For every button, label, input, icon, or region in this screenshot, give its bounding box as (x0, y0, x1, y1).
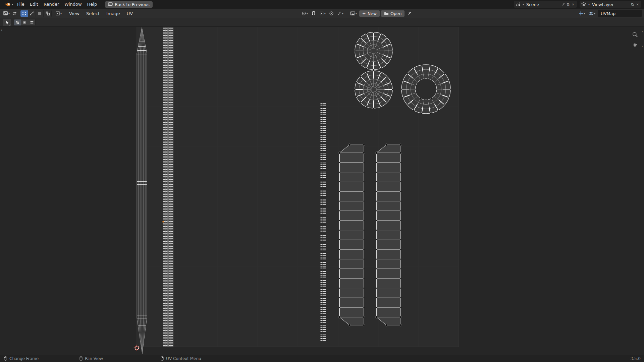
uv-editor-icon (3, 11, 8, 16)
chevron-down-icon: ▾ (588, 3, 590, 6)
chevron-down-icon: ▾ (324, 12, 326, 15)
status-hint-label: UV Context Menu (166, 356, 201, 361)
overlays-icon (588, 11, 594, 16)
menu-edit[interactable]: Edit (27, 0, 41, 9)
scene-selector[interactable]: ▾ Scene ⧉ ✕ (514, 1, 577, 8)
menu-select[interactable]: Select (83, 9, 103, 18)
uv-island-disc-1[interactable] (354, 32, 393, 70)
view-layer-name[interactable]: ViewLayer (591, 2, 630, 7)
zoom-gizmo[interactable] (631, 31, 639, 38)
topbar-right: ▾ Scene ⧉ ✕ ▾ ViewLayer ⧉ ✕ (514, 1, 641, 8)
menu-uv[interactable]: UV (124, 9, 136, 18)
face-mode-icon (37, 11, 42, 16)
uv-island-disc-2[interactable] (354, 70, 393, 109)
uv-sync-selection-toggle[interactable] (11, 10, 18, 17)
selected-vertex[interactable] (163, 221, 164, 223)
uv-island-ladder-1[interactable] (338, 143, 365, 326)
uv-editor-header: ▾ (0, 9, 644, 18)
menu-help[interactable]: Help (85, 0, 100, 9)
region-collapse-icon[interactable]: ‹ (642, 29, 643, 34)
proportional-editing-icon (329, 11, 334, 16)
blender-version: 3.5.0 (630, 356, 641, 361)
scene-icon (516, 2, 521, 7)
close-icon[interactable]: ✕ (571, 3, 575, 6)
top-bar: ▾ File Edit Render Window Help Back to P… (0, 0, 644, 9)
chevron-down-icon: ▾ (594, 12, 595, 15)
snap-settings-dropdown[interactable]: ▾ (318, 10, 327, 17)
chevron-down-icon: ▾ (307, 12, 308, 15)
right-mouse-icon (160, 356, 164, 361)
select-mode-vertex-button[interactable] (20, 10, 28, 17)
status-hint-change-frame: Change Frame (3, 356, 39, 361)
snap-toggle[interactable] (310, 10, 317, 17)
pin-icon (407, 11, 412, 16)
uv-editor-viewport[interactable]: › ‹ ‹ (0, 26, 644, 355)
blender-logo[interactable]: ▾ (3, 2, 14, 7)
checker-icon (22, 20, 26, 24)
tool-option-button-3[interactable] (28, 19, 35, 25)
select-mode-island-button[interactable] (44, 10, 51, 17)
menu-window[interactable]: Window (62, 0, 84, 9)
proportional-editing-toggle[interactable] (328, 10, 335, 17)
new-image-label: New (368, 11, 377, 16)
uv-editor-canvas[interactable] (0, 27, 644, 355)
open-image-button[interactable]: Open (381, 10, 405, 17)
folder-icon (384, 11, 389, 15)
menu-view[interactable]: View (66, 9, 83, 18)
edge-mode-icon (30, 11, 34, 16)
view-layer-icon (581, 2, 586, 7)
uv-island-dashed-strip[interactable] (321, 103, 326, 343)
chevron-down-icon: ▾ (523, 3, 524, 6)
select-mode-face-button[interactable] (36, 10, 44, 17)
image-pin-toggle[interactable] (406, 10, 413, 17)
sticky-selection-dropdown[interactable]: ▾ (54, 10, 63, 17)
menu-image[interactable]: Image (103, 9, 123, 18)
workspace-back-icon (108, 2, 113, 6)
blender-logo-icon (4, 2, 11, 7)
pan-gizmo[interactable] (631, 41, 639, 48)
editor-type-button[interactable]: ▾ (2, 10, 11, 17)
hand-icon (632, 42, 638, 47)
uv-map-field[interactable]: UVMap (598, 10, 642, 17)
island-mode-icon (45, 11, 50, 16)
new-image-button[interactable]: + New (359, 10, 380, 17)
proportional-falloff-dropdown[interactable]: ▾ (336, 10, 344, 17)
menu-file[interactable]: File (14, 0, 27, 9)
tool-option-button-1[interactable] (14, 19, 21, 25)
uv-island-sliver[interactable] (137, 27, 147, 354)
new-scene-icon[interactable]: ⧉ (567, 2, 570, 7)
back-to-previous-button[interactable]: Back to Previous (105, 1, 153, 8)
magnifier-icon (632, 32, 638, 38)
sticky-selection-icon (55, 11, 60, 16)
pin-icon[interactable] (561, 2, 565, 7)
pivot-point-dropdown[interactable]: ▾ (301, 10, 309, 17)
browse-image-dropdown[interactable]: ▾ (349, 10, 358, 17)
chevron-down-icon: ▾ (8, 12, 10, 15)
show-overlays-dropdown[interactable]: ▾ (587, 10, 596, 17)
chevron-down-icon: ▾ (356, 12, 357, 15)
back-to-previous-label: Back to Previous (115, 2, 150, 7)
chevron-down-icon: ▾ (342, 12, 343, 15)
open-image-label: Open (390, 11, 401, 16)
status-hint-pan-view: Pan View (79, 356, 103, 361)
uv-island-ring[interactable] (401, 65, 451, 114)
status-hint-context-menu: UV Context Menu (160, 356, 201, 361)
gizmo-icon (578, 11, 583, 16)
chevron-down-icon: ▾ (12, 3, 13, 6)
uv-island-ladder-2[interactable] (375, 143, 402, 326)
middle-mouse-icon (79, 356, 83, 361)
close-icon[interactable]: ✕ (636, 3, 640, 6)
region-expand-icon[interactable]: › (1, 28, 2, 32)
view-layer-selector[interactable]: ▾ ViewLayer ⧉ ✕ (580, 1, 641, 8)
menu-render[interactable]: Render (41, 0, 62, 9)
select-mode-edge-button[interactable] (28, 10, 36, 17)
active-tool-button[interactable] (3, 19, 11, 26)
show-gizmo-dropdown[interactable]: ▾ (577, 10, 586, 17)
tool-option-button-2[interactable] (21, 19, 28, 25)
tool-header (0, 18, 644, 26)
scene-name[interactable]: Scene (526, 2, 559, 7)
magnet-icon (311, 11, 316, 16)
new-view-layer-icon[interactable]: ⧉ (631, 2, 634, 7)
region-collapse-icon[interactable]: ‹ (642, 44, 643, 48)
plus-icon: + (362, 11, 366, 16)
